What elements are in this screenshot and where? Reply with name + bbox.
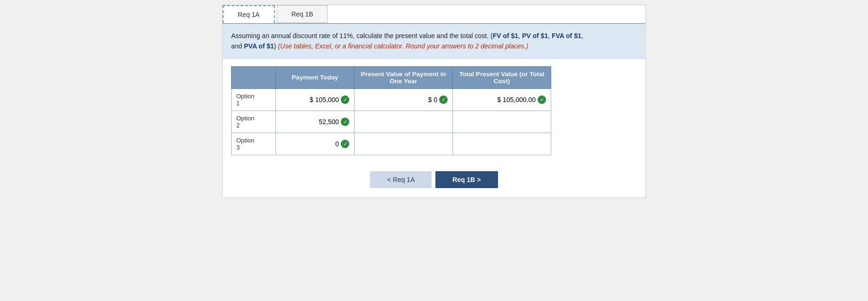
prev-button[interactable]: < Req 1A [370, 171, 432, 188]
tab-req1a[interactable]: Req 1A [223, 5, 275, 23]
col-header-pv-payment: Present Value of Payment in One Year [354, 66, 453, 88]
row1-total-check: ✓ [538, 95, 546, 104]
nav-buttons: < Req 1A Req 1B > [223, 163, 645, 198]
row3-payment-today-check: ✓ [341, 140, 349, 148]
row1-label: Option1 [232, 88, 276, 111]
link-fva[interactable]: FVA of $1 [552, 32, 581, 40]
row3-payment-today-value: 0 [335, 140, 339, 148]
row3-pv-payment [354, 133, 453, 155]
row2-payment-today: 52,500 ✓ [276, 111, 354, 133]
info-text1: Assuming an annual discount rate of 11%,… [231, 32, 493, 40]
row3-payment-today: 0 ✓ [276, 133, 354, 155]
link-pv[interactable]: PV of $1 [522, 32, 548, 40]
next-button[interactable]: Req 1B > [435, 171, 498, 188]
row1-payment-today-value: $ 105,000 [310, 96, 339, 103]
row1-total-pv: $ 105,000.00 ✓ [453, 88, 551, 111]
table-row: Option1 $ 105,000 ✓ $ 0 ✓ [232, 88, 551, 111]
page-container: Req 1A Req 1B Assuming an annual discoun… [222, 5, 646, 198]
comma2: , [548, 32, 552, 40]
info-text2: ) [274, 42, 278, 50]
main-table: Payment Today Present Value of Payment i… [231, 66, 551, 155]
table-row: Option3 0 ✓ [232, 133, 551, 155]
info-box: Assuming an annual discount rate of 11%,… [223, 24, 645, 59]
row2-pv-payment [354, 111, 453, 133]
table-row: Option2 52,500 ✓ [232, 111, 551, 133]
row3-total-pv [453, 133, 551, 155]
link-fv[interactable]: FV of $1 [493, 32, 518, 40]
table-container: Payment Today Present Value of Payment i… [223, 59, 645, 163]
col-header-total-pv: Total Present Value (or Total Cost) [453, 66, 551, 88]
row1-pv-check: ✓ [439, 95, 448, 104]
row1-pv-value: $ 0 [428, 96, 437, 103]
row1-total-value: $ 105,000.00 [497, 96, 536, 103]
row2-total-pv [453, 111, 551, 133]
row1-pv-payment: $ 0 ✓ [354, 88, 453, 111]
row3-label: Option3 [232, 133, 276, 155]
link-pva[interactable]: PVA of $1 [244, 42, 274, 50]
col-header-payment-today: Payment Today [276, 66, 354, 88]
row2-payment-today-value: 52,500 [319, 118, 339, 126]
row2-label: Option2 [232, 111, 276, 133]
tab-req1b[interactable]: Req 1B [277, 5, 328, 23]
row1-payment-today-check: ✓ [341, 95, 349, 104]
row2-payment-today-check: ✓ [341, 118, 349, 126]
tabs-row: Req 1A Req 1B [223, 5, 645, 24]
tab-req1b-label: Req 1B [291, 10, 313, 18]
col-header-empty [232, 66, 276, 88]
row1-payment-today: $ 105,000 ✓ [276, 88, 354, 111]
comma1: , [518, 32, 522, 40]
info-italic: (Use tables, Excel, or a financial calcu… [278, 42, 529, 50]
tab-req1a-label: Req 1A [238, 11, 260, 18]
